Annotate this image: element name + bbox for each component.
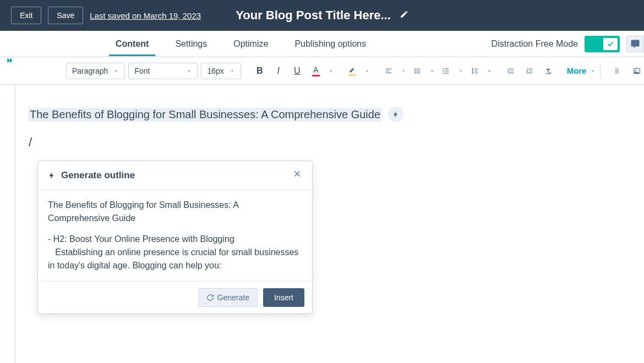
popup-title-text: Generate outline bbox=[61, 170, 135, 181]
distraction-free-label: Distraction Free Mode bbox=[492, 39, 578, 49]
svg-rect-9 bbox=[445, 70, 449, 71]
popup-line-1: The Benefits of Blogging for Small Busin… bbox=[48, 199, 302, 225]
slash-command[interactable]: / bbox=[29, 135, 631, 150]
number-list-icon[interactable]: 123 bbox=[438, 63, 454, 79]
more-label: More bbox=[567, 66, 587, 75]
insert-outline-button[interactable]: Insert bbox=[263, 288, 304, 307]
pencil-icon[interactable] bbox=[400, 10, 408, 21]
outdent-icon[interactable] bbox=[503, 63, 519, 79]
bolt-icon bbox=[48, 172, 56, 179]
highlight-icon[interactable] bbox=[345, 63, 360, 79]
bullet-caret[interactable] bbox=[429, 68, 435, 74]
last-saved-link[interactable]: Last saved on March 19, 2023 bbox=[90, 11, 201, 20]
svg-point-0 bbox=[414, 68, 416, 69]
svg-rect-5 bbox=[416, 72, 420, 73]
paragraph-select[interactable]: Paragraph bbox=[66, 63, 125, 79]
popup-line-2: - H2: Boost Your Online Presence with Bl… bbox=[48, 233, 302, 246]
attachment-icon[interactable] bbox=[609, 63, 625, 79]
tab-publishing[interactable]: Publishing options bbox=[294, 32, 366, 56]
paragraph-label: Paragraph bbox=[72, 67, 108, 75]
highlight-caret[interactable] bbox=[364, 68, 370, 74]
lineheight-caret[interactable] bbox=[487, 68, 492, 74]
svg-point-4 bbox=[414, 72, 416, 73]
align-caret[interactable] bbox=[401, 68, 406, 74]
tabs-bar: Content Settings Optimize Publishing opt… bbox=[0, 31, 644, 57]
bold-icon[interactable]: B bbox=[252, 63, 268, 79]
italic-icon[interactable]: I bbox=[271, 63, 286, 79]
bullet-list-icon[interactable] bbox=[410, 63, 425, 79]
text-color-caret[interactable] bbox=[328, 68, 334, 74]
text-color-icon[interactable]: A bbox=[308, 63, 324, 79]
tab-optimize[interactable]: Optimize bbox=[233, 32, 268, 56]
tab-content[interactable]: Content bbox=[116, 32, 149, 56]
exit-button[interactable]: Exit bbox=[11, 7, 41, 24]
comment-button[interactable] bbox=[626, 36, 644, 52]
editor-content[interactable]: The Benefits of Blogging for Small Busin… bbox=[15, 85, 644, 363]
number-caret[interactable] bbox=[458, 68, 463, 74]
ai-bolt-icon[interactable] bbox=[388, 107, 403, 122]
align-icon[interactable] bbox=[381, 63, 396, 79]
generate-outline-popup: Generate outline The Benefits of Bloggin… bbox=[37, 161, 313, 314]
post-heading[interactable]: The Benefits of Blogging for Small Busin… bbox=[29, 108, 381, 122]
svg-text:3: 3 bbox=[443, 72, 444, 74]
size-select[interactable]: 16px bbox=[201, 63, 241, 79]
size-label: 16px bbox=[207, 67, 223, 75]
top-bar: Exit Save Last saved on March 19, 2023 Y… bbox=[0, 0, 644, 31]
popup-body: The Benefits of Blogging for Small Busin… bbox=[38, 190, 312, 282]
svg-rect-1 bbox=[416, 68, 420, 69]
tab-settings[interactable]: Settings bbox=[175, 32, 207, 56]
svg-point-2 bbox=[414, 70, 416, 71]
toolbar: Paragraph Font 16px B I U A bbox=[0, 57, 644, 85]
save-button[interactable]: Save bbox=[48, 7, 83, 24]
popup-line-3: Establishing an online presence is cruci… bbox=[48, 246, 302, 272]
indent-icon[interactable] bbox=[522, 63, 537, 79]
expand-sidebar-icon[interactable] bbox=[2, 53, 18, 68]
underline-icon[interactable]: U bbox=[290, 63, 305, 79]
svg-rect-3 bbox=[416, 70, 420, 71]
svg-rect-11 bbox=[445, 73, 449, 73]
svg-rect-7 bbox=[445, 68, 449, 69]
generate-label: Generate bbox=[217, 293, 249, 302]
font-label: Font bbox=[134, 67, 150, 75]
font-select[interactable]: Font bbox=[128, 63, 198, 79]
distraction-free-toggle[interactable] bbox=[585, 36, 620, 52]
left-rail bbox=[0, 85, 15, 363]
check-icon bbox=[603, 38, 618, 50]
clear-format-icon[interactable] bbox=[541, 63, 556, 79]
close-icon[interactable] bbox=[292, 169, 302, 182]
svg-point-16 bbox=[635, 69, 636, 70]
generate-button[interactable]: Generate bbox=[198, 288, 258, 307]
line-height-icon[interactable] bbox=[467, 63, 482, 79]
image-icon[interactable] bbox=[629, 63, 644, 79]
more-button[interactable]: More bbox=[567, 66, 596, 75]
refresh-icon bbox=[206, 294, 214, 301]
page-title: Your Blog Post Title Here... bbox=[236, 8, 391, 23]
